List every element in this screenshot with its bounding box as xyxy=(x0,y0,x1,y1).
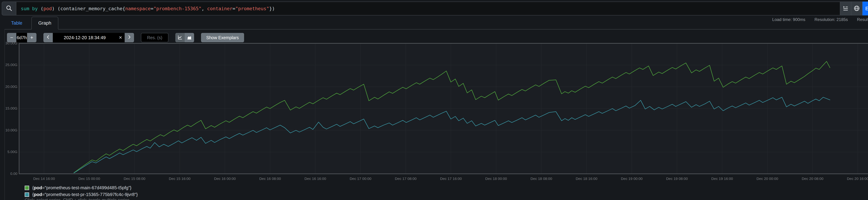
result-series: Result series: 2 xyxy=(857,17,868,22)
legend-swatch xyxy=(25,186,29,190)
duration-decrease-button[interactable]: − xyxy=(7,33,16,42)
legend-hint: Click: select series, CMD + click: toggl… xyxy=(25,198,129,200)
time-picker: ✕ xyxy=(43,33,134,42)
query-token: , xyxy=(202,6,207,11)
show-exemplars-button[interactable]: Show Exemplars xyxy=(201,33,244,42)
end-time-input[interactable] xyxy=(53,33,125,42)
metrics-explorer-icon xyxy=(843,5,848,12)
query-token: by xyxy=(32,6,38,11)
query-token: container_memory_cache xyxy=(60,6,123,11)
legend-label: {pod="prometheus-test-pr-15365-775b97fc4… xyxy=(32,192,138,197)
time-forward-button[interactable] xyxy=(125,33,134,42)
metrics-explorer-button[interactable] xyxy=(840,2,851,15)
query-token: "prometheus" xyxy=(236,6,269,11)
query-bar: sum by (pod) (container_memory_cache{nam… xyxy=(2,2,868,15)
execute-button[interactable]: Execute xyxy=(863,2,868,15)
legend-item[interactable]: {pod="prometheus-test-pr-15365-775b97fc4… xyxy=(25,192,138,197)
query-token: namespace xyxy=(125,6,151,11)
duration-stepper: − + xyxy=(7,33,36,42)
search-icon xyxy=(6,5,12,12)
graph-panel: − + ✕ xyxy=(4,29,868,200)
load-time: Load time: 900ms xyxy=(772,17,805,22)
panel-tabs: Table Graph xyxy=(4,16,58,30)
query-token: pod xyxy=(43,6,52,11)
query-token: ) ( xyxy=(52,6,60,11)
query-token: = xyxy=(232,6,235,11)
time-back-button[interactable] xyxy=(43,33,53,42)
line-chart-icon xyxy=(178,35,183,41)
graph-toolbar: − + ✕ xyxy=(7,33,244,42)
query-token: = xyxy=(151,6,153,11)
chart-type-toggle xyxy=(175,33,194,42)
query-token: "prombench-15365" xyxy=(153,6,202,11)
chevron-right-icon xyxy=(127,35,132,41)
query-stats: Load time: 900ms Resolution: 2185s Resul… xyxy=(764,17,868,22)
search-addon xyxy=(2,2,16,15)
query-token: }) xyxy=(269,6,275,11)
query-token: sum xyxy=(21,6,29,11)
legend-label: {pod="prometheus-test-main-67d499d485-t5… xyxy=(32,185,131,191)
query-token: ( xyxy=(38,6,43,11)
line-chart-toggle-button[interactable] xyxy=(175,33,185,42)
tab-table[interactable]: Table xyxy=(4,16,29,30)
query-token: container xyxy=(207,6,232,11)
graph-legend: {pod="prometheus-test-main-67d499d485-t5… xyxy=(25,185,138,199)
query-token xyxy=(29,6,32,11)
duration-input[interactable] xyxy=(16,33,27,42)
query-token: { xyxy=(122,6,125,11)
tab-graph[interactable]: Graph xyxy=(31,16,58,30)
prometheus-app: sum by (pod) (container_memory_cache{nam… xyxy=(0,0,868,200)
clear-time-icon[interactable]: ✕ xyxy=(119,35,122,40)
query-expression-input[interactable]: sum by (pod) (container_memory_cache{nam… xyxy=(16,2,840,15)
globe-icon xyxy=(854,5,860,12)
chevron-left-icon xyxy=(46,35,50,41)
stacked-chart-toggle-button[interactable] xyxy=(185,33,194,42)
resolution: Resolution: 2185s xyxy=(814,17,848,22)
resolution-input[interactable] xyxy=(141,33,168,42)
globe-button[interactable] xyxy=(851,2,863,15)
legend-swatch xyxy=(25,192,29,197)
stacked-chart-icon xyxy=(187,35,192,41)
legend-item[interactable]: {pod="prometheus-test-main-67d499d485-t5… xyxy=(25,185,138,191)
duration-increase-button[interactable]: + xyxy=(27,33,36,42)
